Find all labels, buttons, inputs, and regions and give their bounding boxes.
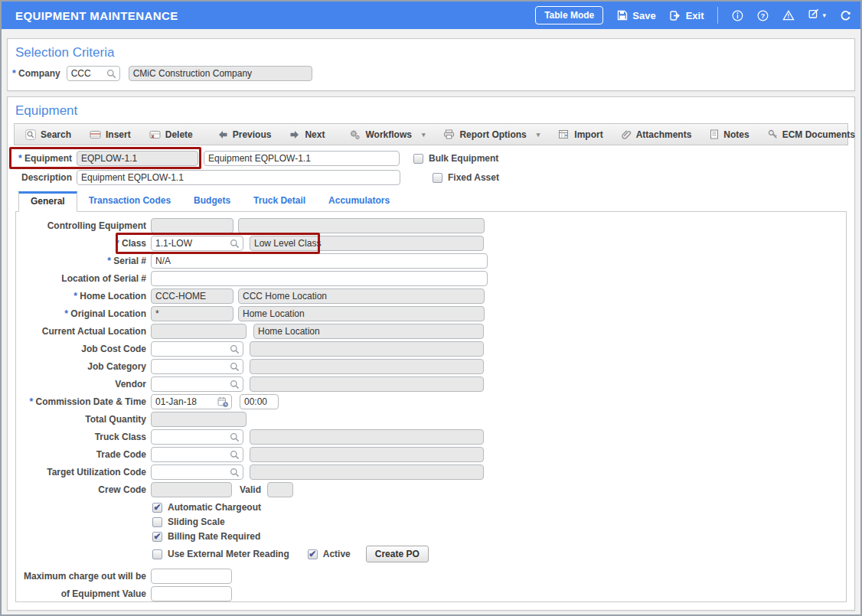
bulk-equipment-checkbox[interactable] (413, 154, 423, 164)
job-cost-code-desc-field (250, 341, 484, 357)
target-utilization-row: Target Utilization Code (16, 464, 846, 480)
search-icon (230, 362, 240, 372)
import-button[interactable]: Import (558, 129, 602, 140)
equipment-code-field[interactable]: EQPLOW-1.1 (77, 151, 198, 166)
crew-code-field[interactable] (151, 482, 232, 497)
ecm-documents-button[interactable]: ECM Documents ▾ (768, 129, 862, 140)
home-location-label: * Home Location (16, 291, 146, 301)
refresh-icon[interactable] (840, 10, 851, 21)
notes-button[interactable]: Notes (710, 129, 749, 140)
trade-code-row: Trade Code (16, 447, 846, 462)
delete-button[interactable]: Delete (149, 129, 193, 140)
arrow-left-icon (217, 130, 228, 139)
search-icon (230, 380, 240, 389)
search-icon (230, 344, 240, 354)
max-chargeout-input[interactable] (151, 569, 232, 584)
tab-truck-detail[interactable]: Truck Detail (242, 191, 317, 211)
trade-code-input[interactable] (151, 447, 243, 462)
location-of-serial-row: Location of Serial # (16, 271, 846, 286)
commission-date-label: * Commission Date & Time (16, 396, 146, 407)
tab-budgets[interactable]: Budgets (182, 191, 242, 211)
table-mode-button[interactable]: Table Mode (535, 6, 603, 24)
controlling-equipment-code-field[interactable] (151, 218, 233, 233)
edit-menu-button[interactable]: ▾ (808, 8, 826, 22)
job-category-label: Job Category (16, 361, 146, 372)
arrow-right-icon (289, 130, 300, 139)
active-checkbox[interactable]: ✔ (308, 549, 318, 559)
company-input[interactable]: CCC (67, 66, 120, 81)
vendor-row: Vendor (16, 376, 846, 392)
workflows-gear-icon (349, 129, 361, 140)
commission-date-input[interactable]: 01-Jan-18 (151, 394, 232, 409)
equipment-value-row: of Equipment Value (16, 586, 846, 601)
warning-icon[interactable] (782, 10, 795, 21)
home-location-desc-field: CCC Home Location (238, 288, 485, 304)
check-icon: ✔ (153, 503, 161, 512)
valid-label: Valid (240, 484, 261, 495)
next-button[interactable]: Next (289, 129, 325, 140)
target-utilization-input[interactable] (151, 464, 243, 480)
serial-input[interactable]: N/A (151, 253, 488, 269)
sliding-scale-label: Sliding Scale (168, 517, 225, 527)
crew-code-row: Crew Code Valid (16, 482, 846, 497)
edit-icon (808, 8, 819, 22)
controlling-equipment-label: Controlling Equipment (16, 220, 146, 231)
fixed-asset-checkbox[interactable] (433, 173, 442, 183)
search-button[interactable]: Search (25, 129, 71, 140)
equipment-name-input[interactable]: Equipment EQPLOW-1.1 (204, 151, 400, 166)
original-location-code-field[interactable]: * (151, 306, 233, 321)
save-button[interactable]: Save (617, 10, 655, 21)
total-quantity-field[interactable] (151, 412, 247, 427)
home-location-code-field[interactable]: CCC-HOME (151, 288, 233, 304)
serial-row: * Serial # N/A (16, 253, 846, 269)
workflows-button[interactable]: Workflows ▾ (349, 129, 425, 140)
job-cost-code-row: Job Cost Code (16, 341, 846, 357)
active-label: Active (323, 549, 351, 559)
insert-button[interactable]: Insert (90, 129, 131, 140)
description-label: Description (15, 172, 72, 183)
equipment-key-row: * Equipment EQPLOW-1.1 Equipment EQPLOW-… (8, 150, 854, 167)
billing-rate-required-checkbox[interactable]: ✔ (152, 532, 162, 542)
tab-transaction-codes[interactable]: Transaction Codes (77, 191, 182, 211)
bulk-equipment-label: Bulk Equipment (429, 153, 498, 164)
class-input[interactable]: 1.1-LOW (151, 236, 243, 251)
job-category-input[interactable] (151, 359, 243, 374)
chevron-down-icon: ▾ (422, 131, 426, 139)
home-location-row: * Home Location CCC-HOME CCC Home Locati… (16, 288, 846, 304)
help-icon[interactable]: ? (757, 10, 769, 21)
location-of-serial-input[interactable] (151, 271, 488, 286)
attachments-button[interactable]: Attachments (622, 129, 692, 140)
billing-rate-required-row: ✔ Billing Rate Required (152, 531, 846, 542)
automatic-chargeout-checkbox[interactable]: ✔ (152, 503, 162, 513)
equipment-title: Equipment (8, 97, 854, 119)
check-icon: ✔ (153, 532, 161, 541)
external-meter-row: Use External Meter Reading ✔ Active Crea… (152, 546, 846, 562)
tab-general[interactable]: General (18, 191, 77, 212)
current-actual-location-row: Current Actual Location Home Location (16, 324, 846, 339)
delete-row-icon (149, 130, 161, 139)
create-po-button[interactable]: Create PO (366, 546, 429, 562)
serial-label: * Serial # (16, 256, 146, 266)
use-external-meter-label: Use External Meter Reading (168, 549, 289, 559)
class-label: * Class (16, 238, 146, 249)
truck-class-input[interactable] (151, 429, 243, 445)
selection-criteria-panel: Selection Criteria * Company CCC CMiC Co… (7, 38, 855, 91)
job-cost-code-input[interactable] (151, 341, 243, 357)
use-external-meter-checkbox[interactable] (152, 549, 162, 559)
report-options-button[interactable]: Report Options ▾ (443, 129, 540, 140)
check-icon: ✔ (309, 549, 316, 559)
max-chargeout-row: Maximum charge out will be (16, 569, 846, 584)
commission-time-input[interactable]: 00:00 (240, 394, 279, 409)
exit-button[interactable]: Exit (670, 10, 704, 21)
vendor-input[interactable] (151, 376, 243, 392)
trade-code-label: Trade Code (16, 449, 146, 460)
current-actual-location-code-field[interactable] (151, 324, 247, 339)
previous-button[interactable]: Previous (217, 129, 272, 140)
company-name-field: CMiC Construction Company (129, 66, 312, 81)
sliding-scale-checkbox[interactable] (152, 517, 162, 527)
description-input[interactable]: Equipment EQPLOW-1.1 (77, 170, 400, 185)
search-icon (106, 69, 116, 79)
equipment-value-input[interactable] (151, 586, 232, 601)
info-icon[interactable] (732, 10, 743, 21)
tab-accumulators[interactable]: Accumulators (317, 191, 401, 211)
